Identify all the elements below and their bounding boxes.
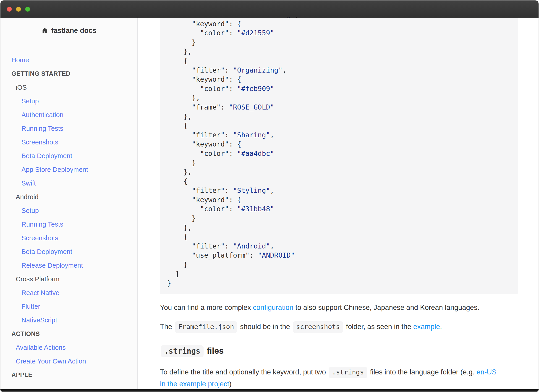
window-body: fastlane docs HomeGETTING STARTEDiOSSetu… (0, 18, 539, 389)
sidebar-item-label: NativeScript (21, 316, 57, 324)
code-string-value: "#aa4dbc" (237, 149, 274, 158)
sidebar-item-actions: ACTIONS (0, 327, 137, 341)
close-button[interactable] (7, 7, 12, 12)
sidebar-item-label: Running Tests (21, 221, 63, 228)
sidebar-item-label: Beta Deployment (21, 248, 72, 256)
code-line: { (167, 177, 518, 186)
link-configuration[interactable]: configuration (253, 303, 294, 311)
sidebar-item-screenshots[interactable]: Screenshots (0, 231, 137, 245)
sidebar-item-label: APPLE (11, 372, 32, 378)
code-string-value: "#31bb48" (237, 205, 274, 213)
text-segment: You can find a more complex (160, 303, 253, 311)
code-line: "frame": "ROSE_GOLD" (167, 103, 518, 112)
sidebar-item-android[interactable]: Android (0, 190, 137, 204)
code-line: "filter": "Android", (167, 242, 518, 251)
code-line: } (167, 158, 518, 168)
code-plain-token: , (270, 242, 274, 250)
code-plain-token: "filter": (167, 131, 233, 139)
code-string-value: "ROSE_GOLD" (229, 103, 274, 111)
code-line: } (167, 260, 518, 269)
sidebar-item-label: Screenshots (21, 234, 58, 242)
code-plain-token: "keyword": { (167, 140, 241, 148)
sidebar-item-label: App Store Deployment (21, 166, 88, 173)
code-line: "keyword": { (167, 140, 518, 149)
sidebar-item-label: Setup (21, 207, 39, 215)
paragraph-complex-config: You can find a more complex configuratio… (160, 303, 518, 313)
code-line: { (167, 121, 518, 130)
code-line: }, (167, 47, 518, 56)
sidebar-item-label: Swift (21, 180, 36, 187)
sidebar-item-authentication[interactable]: Authentication (0, 108, 137, 122)
code-line: }, (167, 93, 518, 103)
code-line: "color": "#d21559" (167, 29, 518, 38)
sidebar-item-release-deployment[interactable]: Release Deployment (0, 258, 137, 272)
code-line: ] (167, 269, 518, 279)
inline-code-screenshots: screenshots (293, 321, 343, 333)
sidebar-item-label: React Native (21, 289, 59, 297)
paragraph-strings-files: To define the title and optionally the k… (160, 366, 518, 390)
sidebar-item-flutter[interactable]: Flutter (0, 300, 137, 313)
sidebar-item-home[interactable]: Home (0, 53, 137, 67)
sidebar-item-running-tests[interactable]: Running Tests (0, 217, 137, 231)
sidebar-item-swift[interactable]: Swift (0, 176, 137, 190)
sidebar-item-label: iOS (16, 84, 27, 91)
code-line: "filter": "Organizing", (167, 66, 518, 75)
code-plain-token: }, (167, 168, 192, 176)
code-plain-token: }, (167, 112, 192, 120)
code-plain-token: , (270, 186, 274, 194)
text-segment: The (160, 323, 174, 331)
code-line: "color": "#31bb48" (167, 205, 518, 214)
link-en-us[interactable]: en-US (476, 368, 496, 376)
sidebar-item-setup[interactable]: Setup (0, 94, 137, 108)
text-segment: folder, as seen in the (344, 323, 413, 331)
code-plain-token: "filter": (167, 186, 233, 194)
sidebar-item-beta-deployment[interactable]: Beta Deployment (0, 149, 137, 163)
code-line: }, (167, 223, 518, 233)
code-content: "filter": "Brainstorming", "keyword": { … (167, 10, 518, 288)
sidebar-item-label: Cross Platform (16, 275, 60, 283)
site-title[interactable]: fastlane docs (0, 25, 137, 36)
sidebar-item-label: Beta Deployment (21, 152, 72, 160)
app-window: fastlane docs HomeGETTING STARTEDiOSSetu… (0, 0, 539, 392)
code-line: { (167, 56, 518, 66)
sidebar-item-running-tests[interactable]: Running Tests (0, 122, 137, 135)
code-plain-token: }, (167, 48, 192, 55)
code-line: "color": "#aa4dbc" (167, 149, 518, 158)
link-in-the-example-project[interactable]: in the example project (160, 380, 229, 388)
zoom-button[interactable] (25, 7, 30, 12)
sidebar-item-label: Home (11, 56, 29, 64)
sidebar: fastlane docs HomeGETTING STARTEDiOSSetu… (0, 18, 138, 389)
code-plain-token: } (167, 159, 196, 167)
sidebar-item-cross-platform[interactable]: Cross Platform (0, 272, 137, 286)
code-line: "color": "#feb909" (167, 84, 518, 94)
minimize-button[interactable] (16, 7, 21, 12)
paragraph-framefile-location: The Framefile.json should be in the scre… (160, 321, 518, 333)
sidebar-item-react-native[interactable]: React Native (0, 286, 137, 300)
code-line: "keyword": { (167, 19, 518, 29)
code-plain-token: "use_platform": (167, 251, 258, 259)
code-line: "filter": "Sharing", (167, 130, 518, 140)
sidebar-item-beta-deployment[interactable]: Beta Deployment (0, 245, 137, 258)
inline-code-framefile-json: Framefile.json (175, 321, 237, 333)
link-example[interactable]: example (413, 323, 440, 331)
sidebar-item-getting-started: GETTING STARTED (0, 67, 137, 81)
code-plain-token: { (167, 122, 188, 130)
code-string-value: "#d21559" (237, 29, 274, 37)
sidebar-item-app-store-deployment[interactable]: App Store Deployment (0, 163, 137, 176)
sidebar-item-ios[interactable]: iOS (0, 81, 137, 94)
sidebar-item-available-actions[interactable]: Available Actions (0, 341, 137, 354)
code-line: { (167, 232, 518, 242)
sidebar-item-label: Release Deployment (21, 262, 83, 269)
sidebar-item-setup[interactable]: Setup (0, 204, 137, 217)
sidebar-item-create-your-own-action[interactable]: Create Your Own Action (0, 354, 137, 368)
text-segment: files (204, 346, 224, 355)
strings-files-heading: .strings files (160, 345, 518, 357)
code-plain-token: "color": (167, 205, 237, 213)
code-plain-token: { (167, 57, 188, 65)
code-string-value: "Android" (233, 242, 270, 250)
code-block: "filter": "Brainstorming", "keyword": { … (160, 10, 518, 294)
sidebar-item-nativescript[interactable]: NativeScript (0, 313, 137, 327)
code-string-value: "ANDROID" (258, 251, 295, 259)
sidebar-item-screenshots[interactable]: Screenshots (0, 135, 137, 149)
text-segment: . (440, 323, 442, 331)
